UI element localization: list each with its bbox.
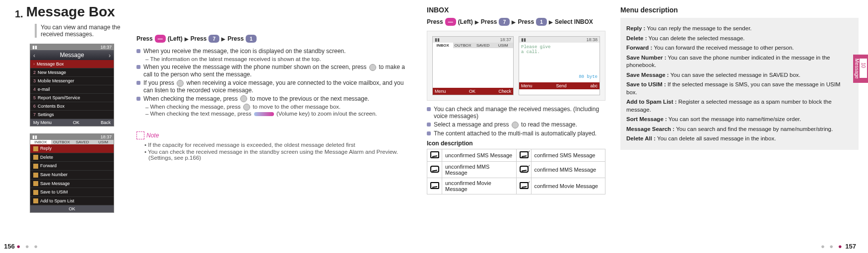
list-item: Report Spam/Service <box>38 95 80 100</box>
call-icon <box>369 64 376 71</box>
icon-label: confirmed Movie Message <box>531 178 605 194</box>
step-word: (Left) <box>168 35 183 42</box>
list-item: Forward <box>40 163 57 168</box>
phone-screenshot-message-list: ▮▮18:37 ‹Message› ›Message Box 2New Mess… <box>30 44 114 126</box>
list-item: Save to USIM <box>40 190 68 194</box>
tab: SAVED <box>72 140 93 144</box>
icon-description-table: unconfirmed SMS Message confirmed SMS Me… <box>427 149 605 194</box>
chapter-number: 10 <box>860 59 867 78</box>
list-item: e-mail <box>38 87 50 92</box>
softkey: OK <box>68 206 75 211</box>
step-word: Press <box>191 35 207 42</box>
inbox-heading: INBOX <box>427 6 605 14</box>
list-item: Settings <box>38 112 54 117</box>
phone-screenshot-options-menu: ▮▮18:37 INBOXOUTBOXSAVEDUSIM Reply Delet… <box>30 133 114 213</box>
step-word: Press <box>136 35 153 42</box>
bullet-text: Select a message and press to read the m… <box>434 121 577 128</box>
note-item: If the capacity for received message is … <box>148 142 412 148</box>
list-item: New Message <box>38 70 66 75</box>
phone-screenshot-pair: ▮▮18:37 INBOXOUTBOXSAVEDUSIM MenuOKCheck… <box>427 31 605 101</box>
list-item: Reply <box>40 146 52 151</box>
sub-bullet: When checking the text message, press (V… <box>145 111 412 117</box>
status-time: 18:37 <box>100 45 112 50</box>
bullet-text: If you press when receiving a voice mess… <box>143 79 412 94</box>
section-number: 1. <box>15 8 23 20</box>
icon-label: unconfirmed Movie Message <box>442 178 517 194</box>
key-7-icon: 7 <box>208 35 219 43</box>
list-item: Mobile Messenger <box>38 78 74 83</box>
icon-label: confirmed MMS Message <box>531 161 605 178</box>
icon-description-heading: Icon description <box>427 140 605 147</box>
softkey-left-icon: — <box>155 35 166 43</box>
note-item: You can check the received message in th… <box>148 149 412 161</box>
arrow-icon: ▶ <box>475 19 479 25</box>
icon-label: unconfirmed MMS Message <box>442 161 517 178</box>
list-item: Save Number <box>40 172 67 177</box>
phone-title: Message <box>60 52 84 59</box>
arrow-icon: ▶ <box>512 19 516 25</box>
step-sequence: Press — (Left) ▶ Press 7 ▶ Press 1 <box>136 35 412 43</box>
sms-confirmed-icon <box>520 151 529 158</box>
key-7-icon: 7 <box>499 18 510 26</box>
softkey: OK <box>73 120 79 125</box>
sub-bullet: The information on the latest message re… <box>145 56 412 62</box>
chapter-label: Message <box>854 59 860 79</box>
call-icon <box>177 80 184 87</box>
chapter-side-tab: 10 Message <box>853 55 868 83</box>
mms-confirmed-icon <box>520 166 529 173</box>
tab: OUTBOX <box>51 140 72 144</box>
icon-label: unconfirmed SMS Message <box>442 149 517 161</box>
signal-icon: ▮▮ <box>32 134 37 139</box>
tab: INBOX <box>30 140 51 144</box>
nav-ud-icon <box>243 104 250 111</box>
page-tagline: You can view and manage the received mes… <box>35 24 124 38</box>
note-label: Note <box>136 131 159 139</box>
step-sequence: Press — (Left) ▶ Press 7 ▶ Press 1 ▶ Sel… <box>427 18 605 26</box>
bullet-text: When you receive the messsage with the p… <box>143 63 412 78</box>
menu-description-heading: Menu description <box>620 6 859 14</box>
arrow-icon: ▶ <box>185 36 189 42</box>
sub-bullet: When checking the message, press to move… <box>145 104 412 111</box>
ok-key-icon <box>512 122 519 128</box>
step-word: (Left) <box>458 18 473 25</box>
bullet-text: You can check and manage the received me… <box>434 106 605 120</box>
movie-confirmed-icon <box>520 182 529 189</box>
page-number-left: 156 ● ● ● <box>4 243 39 250</box>
signal-icon: ▮▮ <box>32 45 37 50</box>
key-msg-icon: 1 <box>536 18 547 26</box>
list-item: Delete <box>40 155 53 160</box>
step-word: Select INBOX <box>555 18 593 25</box>
bullet-text: The content attached to the multi-mail i… <box>434 130 597 137</box>
page-title: Message Box <box>26 4 115 20</box>
softkey: Back <box>101 120 111 125</box>
menu-description-box: Reply : You can reply the message to the… <box>620 18 859 150</box>
step-word: Press <box>518 18 534 25</box>
nav-lr-icon <box>240 95 247 102</box>
arrow-icon: ▶ <box>221 36 225 42</box>
softkey-left-icon: — <box>445 18 456 26</box>
sms-unconfirmed-icon <box>430 151 439 158</box>
list-item: Message Box <box>37 62 64 66</box>
bullet-text: When you receive the message, the icon i… <box>143 48 346 55</box>
list-item: Contents Box <box>38 104 65 109</box>
icon-label: confirmed SMS Message <box>531 149 605 161</box>
list-item: Add to Spam List <box>40 198 74 203</box>
step-word: Press <box>481 18 497 25</box>
page-number-right: ● ● ● 157 <box>821 243 856 250</box>
key-msg-icon: 1 <box>246 35 257 43</box>
volume-key-icon <box>254 112 274 116</box>
step-word: Press <box>227 35 244 42</box>
bullet-text: When checking the message, press to move… <box>143 95 369 103</box>
arrow-icon: ▶ <box>549 19 553 25</box>
status-time: 18:37 <box>100 134 112 139</box>
movie-unconfirmed-icon <box>430 182 439 189</box>
step-word: Press <box>427 18 443 25</box>
tab: USIM <box>93 140 114 144</box>
softkey: My Menu <box>33 120 52 125</box>
list-item: Save Message <box>40 181 70 186</box>
mms-unconfirmed-icon <box>430 166 439 173</box>
